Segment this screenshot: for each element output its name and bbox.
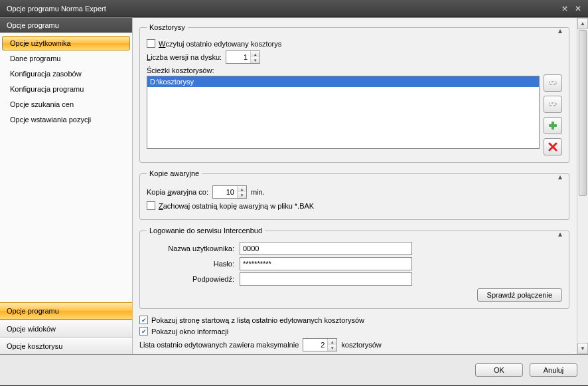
move-down-button[interactable] [544, 96, 562, 113]
label-listmax-post: kosztorysów [341, 341, 382, 349]
stepper-down-icon[interactable]: ▼ [328, 345, 336, 351]
stepper-down-icon[interactable]: ▼ [251, 57, 259, 63]
password-input[interactable] [240, 257, 412, 270]
label-paths: Ścieżki kosztorysów: [147, 66, 562, 74]
svg-rect-0 [550, 82, 556, 84]
main-panel: Kosztorysy ▴ Wczytuj ostatnio edytowany … [133, 18, 588, 354]
collapse-icon[interactable]: ▴ [555, 229, 565, 239]
move-up-button[interactable] [544, 74, 562, 92]
checkbox-box-icon: ✔ [139, 316, 148, 324]
label-backup-unit: min. [251, 188, 265, 196]
sidebar-item-insert-positions[interactable]: Opcje wstawiania pozycji [2, 112, 130, 127]
sidebar-group-views[interactable]: Opcje widoków [0, 320, 132, 337]
sidebar-header: Opcje programu [0, 18, 132, 33]
scroll-down-icon[interactable]: ▼ [577, 343, 588, 354]
path-item[interactable]: D:\kosztorysy [147, 76, 539, 87]
collapse-icon[interactable]: ▴ [555, 172, 565, 181]
username-input[interactable] [240, 242, 412, 255]
paths-listbox[interactable]: D:\kosztorysy [147, 76, 540, 149]
cancel-button[interactable]: Anuluj [530, 363, 577, 377]
fieldset-login: Logowanie do serwisu Intercenbud ▴ Nazwa… [139, 227, 569, 309]
sidebar-list: Opcje użytkownika Dane programu Konfigur… [0, 33, 132, 302]
legend-kosztorysy: Kosztorysy [147, 23, 188, 31]
checkbox-keep-bak[interactable]: Zachowaj ostatnią kopię awaryjną w pliku… [147, 201, 314, 210]
checkbox-show-info[interactable]: ✔ Pokazuj okno informacji [139, 327, 228, 336]
stepper-up-icon[interactable]: ▲ [238, 186, 246, 192]
stepper-up-icon[interactable]: ▲ [328, 339, 336, 345]
titlebar: Opcje programu Norma Expert ⤧ ✕ [0, 0, 588, 17]
checkbox-box-icon: ✔ [139, 327, 148, 336]
checkbox-load-last[interactable]: Wczytuj ostatnio edytowany kosztorys [147, 39, 281, 48]
dialog-footer: OK Anuluj [0, 355, 588, 385]
sidebar-item-program-data[interactable]: Dane programu [2, 51, 130, 66]
label-hint: Podpowiedź: [147, 275, 240, 283]
hint-input[interactable] [240, 272, 412, 286]
label-versions: Liczba wersji na dysku: [147, 53, 222, 61]
window-title: Opcje programu Norma Expert [7, 5, 557, 13]
backup-every-stepper[interactable]: ▲▼ [212, 185, 247, 199]
check-connection-button[interactable]: Sprawdź połączenie [477, 288, 562, 302]
sidebar-group-estimate[interactable]: Opcje kosztorysu [0, 337, 132, 354]
label-username: Nazwa użytkownika: [147, 244, 240, 252]
checkbox-box-icon [147, 201, 155, 210]
scroll-up-icon[interactable]: ▲ [577, 18, 588, 29]
fieldset-backup: Kopie awaryjne ▴ Kopia awaryjna co: ▲▼ m… [139, 169, 569, 220]
scroll-thumb[interactable] [579, 30, 587, 196]
checkbox-load-last-label: Wczytuj ostatnio edytowany kosztorys [159, 40, 281, 48]
add-path-button[interactable] [544, 117, 562, 134]
sidebar-item-resource-config[interactable]: Konfiguracja zasobów [2, 66, 130, 81]
sidebar-item-program-config[interactable]: Konfiguracja programu [2, 82, 130, 96]
checkbox-keep-bak-label: Zachowaj ostatnią kopię awaryjną w pliku… [159, 202, 314, 210]
svg-rect-3 [549, 124, 557, 127]
svg-rect-1 [550, 103, 556, 106]
checkbox-show-start-label: Pokazuj stronę startową z listą ostatnio… [151, 316, 364, 324]
collapse-icon[interactable]: ▴ [555, 26, 565, 35]
label-backup-every: Kopia awaryjna co: [147, 188, 208, 196]
pin-icon[interactable]: ⤧ [559, 3, 571, 14]
stepper-up-icon[interactable]: ▲ [251, 51, 259, 57]
legend-login: Logowanie do serwisu Intercenbud [147, 227, 265, 235]
sidebar-group-program[interactable]: Opcje programu [0, 302, 132, 320]
label-listmax-pre: Lista ostatnio edytowanych zawiera maksy… [139, 341, 299, 349]
label-password: Hasło: [147, 260, 240, 268]
fieldset-kosztorysy: Kosztorysy ▴ Wczytuj ostatnio edytowany … [139, 23, 569, 163]
sidebar: Opcje programu Opcje użytkownika Dane pr… [0, 18, 133, 354]
listmax-stepper[interactable]: ▲▼ [303, 338, 337, 351]
sidebar-item-price-search[interactable]: Opcje szukania cen [2, 97, 130, 112]
checkbox-show-info-label: Pokazuj okno informacji [151, 328, 228, 336]
versions-stepper[interactable]: ▲▼ [226, 50, 260, 64]
versions-input[interactable] [226, 51, 250, 63]
ok-button[interactable]: OK [475, 363, 523, 377]
checkbox-box-icon [147, 39, 155, 48]
listmax-input[interactable] [303, 339, 327, 351]
checkbox-show-start[interactable]: ✔ Pokazuj stronę startową z listą ostatn… [139, 316, 364, 324]
sidebar-item-user-options[interactable]: Opcje użytkownika [2, 36, 130, 50]
legend-backup: Kopie awaryjne [147, 169, 202, 177]
vertical-scrollbar[interactable]: ▲ ▼ [577, 18, 588, 354]
delete-path-button[interactable] [544, 138, 562, 155]
close-icon[interactable]: ✕ [572, 3, 584, 14]
stepper-down-icon[interactable]: ▼ [238, 192, 246, 198]
backup-every-input[interactable] [213, 186, 237, 198]
